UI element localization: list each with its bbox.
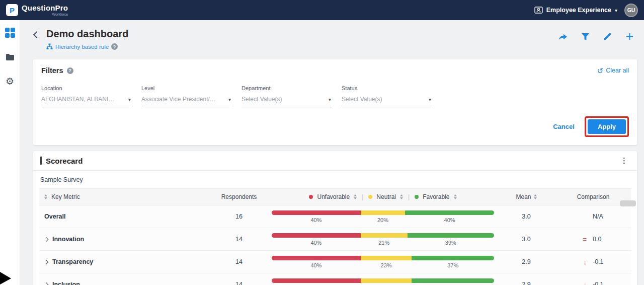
clear-all-label: Clear all [606, 67, 629, 74]
survey-name: Sample Survey [33, 171, 637, 188]
topbar-right: Employee Experience ▾ GU [534, 4, 638, 17]
filter-button[interactable] [581, 33, 590, 41]
bar-segment-label: 39% [408, 240, 494, 246]
table-body: Overall 16 40%20%40% 3.0 N/A Innovation … [39, 205, 631, 285]
bar-segment-unfavorable [272, 278, 361, 283]
apply-button[interactable]: Apply [588, 119, 626, 134]
avatar[interactable]: GU [624, 4, 638, 17]
legend-favorable-label[interactable]: Favorable [423, 193, 449, 200]
sort-icon[interactable] [454, 194, 457, 199]
sort-icon[interactable] [400, 194, 403, 199]
sidebar-item-folders[interactable] [4, 51, 16, 63]
annotation-highlight: Apply [585, 116, 629, 137]
bar-segment-label: 23% [361, 262, 412, 268]
comparison-cell: ↓ -0.1 [555, 251, 631, 273]
mean-value: 3.0 [497, 228, 555, 250]
share-button[interactable] [558, 32, 568, 41]
comparison-value: -0.1 [593, 258, 607, 265]
bar-cell: 40%21%39% [269, 228, 497, 250]
filter-field-status: Status Select Value(s) ▾ [342, 85, 431, 106]
table-row[interactable]: Inclusion 14 40%23%37% 2.9 ↓ -0.1 [39, 273, 631, 285]
add-button[interactable] [625, 32, 634, 41]
kebab-menu-icon[interactable]: ⋮ [618, 156, 630, 165]
chevron-left-icon [33, 31, 40, 38]
clear-all-button[interactable]: ↺ Clear all [597, 67, 629, 75]
share-icon [558, 32, 568, 41]
column-comparison: Comparison [555, 193, 631, 200]
screen: P QuestionPro Workforce Employee Experie… [0, 0, 644, 285]
add-icon [625, 32, 634, 41]
sort-icon[interactable] [44, 194, 47, 199]
chevron-down-icon: ▾ [429, 97, 431, 102]
comparison-value: -0.1 [593, 281, 607, 285]
respondents-value: 14 [209, 251, 269, 273]
trend-icon: ↓ [580, 258, 587, 266]
metric-label: Transparency [52, 258, 93, 265]
filters-header: Filters ? ↺ Clear all [41, 66, 629, 75]
sidebar-item-settings[interactable]: ⚙ [4, 75, 16, 87]
column-mean[interactable]: Mean [497, 193, 555, 200]
column-respondents: Respondents [209, 193, 269, 200]
gear-icon: ⚙ [6, 77, 14, 86]
comparison-value: 0.0 [593, 236, 607, 243]
hierarchy-rule[interactable]: Hierarchy based rule ? [46, 43, 128, 50]
brand-name: QuestionPro [22, 4, 68, 12]
filters-help-icon[interactable]: ? [67, 67, 73, 74]
bar-labels: 40%23%37% [272, 262, 494, 268]
status-select[interactable]: Select Value(s) ▾ [342, 96, 431, 106]
level-select[interactable]: Associate Vice President/Senior ... ▾ [141, 96, 231, 106]
product-switcher[interactable]: Employee Experience ▾ [534, 7, 617, 14]
legend-neutral-label[interactable]: Neutral [376, 193, 396, 200]
favorable-dot-icon [415, 195, 419, 199]
edit-button[interactable] [603, 32, 612, 41]
respondents-value: 14 [209, 228, 269, 250]
help-icon[interactable]: ? [111, 43, 118, 50]
scorecard-title: Scorecard [46, 157, 83, 165]
legend-unfavorable-label[interactable]: Unfavorable [317, 193, 350, 200]
table-row[interactable]: Overall 16 40%20%40% 3.0 N/A [39, 205, 631, 228]
sidebar-item-dashboards[interactable] [4, 27, 16, 39]
comparison-value: N/A [593, 213, 607, 220]
filters-title: Filters [41, 66, 63, 75]
metric-label: Inclusion [52, 281, 80, 285]
stacked-bar [272, 210, 494, 215]
key-metric-header-label: Key Metric [51, 193, 80, 200]
dashboard-grid-icon [5, 28, 15, 38]
back-button[interactable] [33, 31, 40, 38]
hierarchy-rule-label: Hierarchy based rule [55, 44, 109, 50]
cancel-button[interactable]: Cancel [553, 123, 575, 130]
bar-cell: 40%23%37% [269, 273, 497, 285]
metric-cell: Overall [39, 205, 209, 228]
bar-cell: 40%23%37% [269, 251, 497, 273]
chevron-right-icon[interactable] [44, 282, 49, 285]
stacked-bar [272, 256, 494, 260]
sort-icon[interactable] [354, 194, 357, 199]
bar-segment-neutral [361, 233, 408, 238]
bar-segment-label: 37% [412, 262, 494, 268]
scrollbar-thumb[interactable] [620, 200, 636, 206]
field-label: Location [41, 85, 131, 91]
filter-field-department: Department Select Value(s) ▾ [242, 85, 331, 106]
bar-segment-label: 40% [272, 262, 361, 268]
scorecard-header: Scorecard ⋮ [33, 151, 637, 171]
legend-divider: | [362, 193, 363, 200]
topbar: P QuestionPro Workforce Employee Experie… [0, 0, 644, 20]
sort-icon[interactable] [534, 194, 537, 199]
scorecard-table: Key Metric Respondents Unfavorable | Neu… [39, 188, 631, 285]
location-select[interactable]: AFGHANISTAN, ALBANIA, ALGERIA,... ▾ [41, 96, 131, 106]
accent-bar [40, 157, 42, 165]
trend-icon: = [580, 236, 587, 243]
edit-icon [603, 32, 612, 41]
undo-icon: ↺ [597, 67, 604, 75]
brand[interactable]: P QuestionPro Workforce [6, 4, 68, 16]
employee-experience-icon [534, 7, 543, 14]
table-row[interactable]: Innovation 14 40%21%39% 3.0 = 0.0 [39, 228, 631, 251]
chevron-right-icon[interactable] [44, 237, 49, 242]
respondents-value: 16 [209, 205, 269, 228]
questionpro-logo-icon: P [6, 4, 18, 16]
field-value: Select Value(s) [342, 96, 382, 103]
chevron-right-icon[interactable] [44, 259, 49, 264]
table-row[interactable]: Transparency 14 40%23%37% 2.9 ↓ -0.1 [39, 251, 631, 273]
department-select[interactable]: Select Value(s) ▾ [242, 96, 331, 106]
column-key-metric[interactable]: Key Metric [39, 193, 209, 200]
